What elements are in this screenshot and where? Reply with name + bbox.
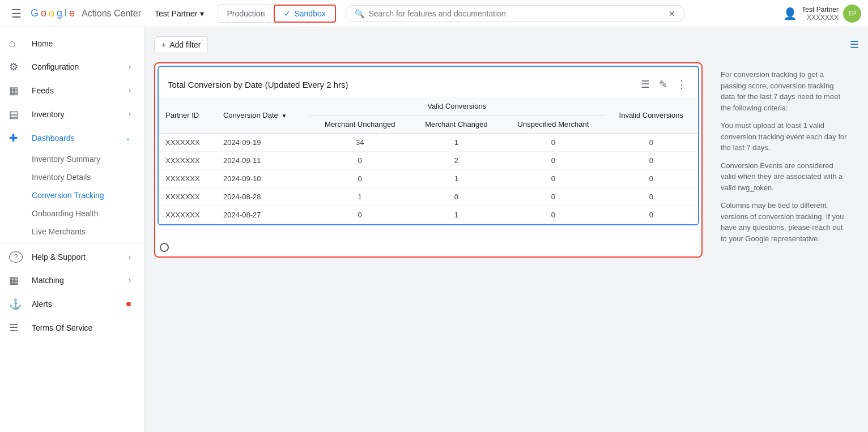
- search-bar[interactable]: 🔍 ✕: [345, 5, 685, 22]
- col-group-valid: Valid Conversions: [309, 97, 605, 116]
- sidebar-item-dashboards[interactable]: ✚ Dashboards ⌄: [0, 126, 140, 150]
- partner-selector[interactable]: Test Partner ▾: [150, 7, 208, 20]
- sidebar-item-help[interactable]: ? Help & Support ›: [0, 246, 140, 268]
- dashboards-expand-icon: ⌄: [125, 134, 131, 142]
- cell-merchant-changed: 2: [410, 152, 502, 170]
- cell-merchant-changed: 0: [410, 188, 502, 206]
- cell-conversion-date: 2024-08-27: [216, 206, 309, 224]
- configuration-expand-icon: ›: [129, 63, 131, 71]
- add-filter-icon: +: [161, 40, 166, 49]
- sidebar-item-terms[interactable]: ☰ Terms Of Service: [0, 316, 140, 340]
- sidebar-item-matching[interactable]: ▦ Matching ›: [0, 268, 140, 292]
- sidebar-sub-live-merchants[interactable]: Live Merchants: [32, 223, 140, 241]
- production-button[interactable]: Production: [218, 5, 274, 23]
- sidebar-label-dashboards: Dashboards: [32, 134, 75, 143]
- content-area: Total Conversion by Date (Updated Every …: [154, 62, 859, 258]
- cell-invalid-conversions: 0: [605, 188, 698, 206]
- sidebar-sub-conversion-tracking[interactable]: Conversion Tracking: [32, 186, 140, 204]
- dashboards-icon: ✚: [9, 132, 23, 144]
- chart-filter-icon[interactable]: ☰: [639, 76, 652, 93]
- col-merchant-unchanged: Merchant Unchanged: [309, 116, 410, 134]
- cell-conversion-date: 2024-08-28: [216, 188, 309, 206]
- user-info: Test Partner XXXXXXX: [802, 6, 839, 22]
- terms-icon: ☰: [9, 322, 23, 334]
- cell-invalid-conversions: 0: [605, 170, 698, 188]
- partner-chevron: ▾: [200, 9, 204, 18]
- sidebar-sub-inventory-details[interactable]: Inventory Details: [32, 168, 140, 186]
- matching-icon: ▦: [9, 274, 23, 286]
- col-conversion-date[interactable]: Conversion Date ▼: [216, 97, 309, 134]
- sort-arrow: ▼: [281, 113, 287, 119]
- partner-name: Test Partner: [155, 9, 197, 18]
- info-paragraph: You must upload at least 1 valid convers…: [721, 120, 850, 153]
- sidebar-item-configuration[interactable]: ⚙ Configuration ›: [0, 55, 140, 79]
- menu-icon[interactable]: ☰: [7, 2, 26, 25]
- cell-partner-id: XXXXXXX: [159, 188, 216, 206]
- cell-partner-id: XXXXXXX: [159, 170, 216, 188]
- avatar: TP: [843, 5, 861, 23]
- sidebar-sub-inventory-summary[interactable]: Inventory Summary: [32, 150, 140, 168]
- cell-unspecified-merchant: 0: [502, 134, 604, 152]
- cell-partner-id: XXXXXXX: [159, 206, 216, 224]
- search-icon: 🔍: [355, 9, 364, 18]
- chart-header: Total Conversion by Date (Updated Every …: [159, 67, 698, 97]
- sidebar-label-home: Home: [32, 39, 53, 48]
- chart-more-icon[interactable]: ⋮: [674, 76, 689, 93]
- sidebar-label-feeds: Feeds: [32, 86, 54, 95]
- logo-g2-blue: g: [57, 7, 62, 19]
- search-input[interactable]: [369, 9, 664, 18]
- header-icons: 👤 Test Partner XXXXXXX TP: [783, 5, 861, 23]
- scroll-indicator[interactable]: [160, 243, 169, 252]
- help-icon: ?: [9, 251, 23, 263]
- sidebar-sub-dashboards: Inventory Summary Inventory Details Conv…: [0, 150, 144, 241]
- filter-options-icon[interactable]: ☰: [850, 39, 859, 51]
- table-row: XXXXXXX 2024-09-19 34 1 0 0: [159, 134, 698, 152]
- feeds-expand-icon: ›: [129, 87, 131, 95]
- app-name: Actions Center: [82, 8, 141, 19]
- sidebar-item-alerts[interactable]: ⚓ Alerts: [0, 292, 140, 316]
- chart-edit-icon[interactable]: ✎: [657, 76, 670, 93]
- data-table: Partner ID Conversion Date ▼ Valid Conve…: [159, 97, 698, 224]
- sidebar-label-configuration: Configuration: [32, 62, 79, 71]
- account-icon[interactable]: 👤: [783, 7, 797, 20]
- logo-l-green: l: [65, 7, 67, 19]
- table-row: XXXXXXX 2024-08-28 1 0 0 0: [159, 188, 698, 206]
- user-id: XXXXXXX: [807, 14, 839, 22]
- table-row: XXXXXXX 2024-08-27 0 1 0 0: [159, 206, 698, 224]
- logo-o-yellow: o: [49, 7, 54, 19]
- col-invalid: Invalid Conversions: [605, 97, 698, 134]
- clear-search-icon[interactable]: ✕: [669, 9, 675, 18]
- sidebar-label-terms: Terms Of Service: [32, 323, 92, 332]
- sidebar-item-home[interactable]: ⌂ Home: [0, 32, 140, 55]
- sidebar-sub-onboarding-health[interactable]: Onboarding Health: [32, 204, 140, 223]
- cell-conversion-date: 2024-09-11: [216, 152, 309, 170]
- header: ☰ Google Actions Center Test Partner ▾ P…: [0, 0, 868, 27]
- cell-merchant-unchanged: 34: [309, 134, 410, 152]
- home-icon: ⌂: [9, 37, 23, 49]
- cell-unspecified-merchant: 0: [502, 152, 604, 170]
- sidebar-label-help: Help & Support: [32, 253, 86, 262]
- sandbox-button[interactable]: ✓ Sandbox: [274, 5, 335, 23]
- cell-merchant-changed: 1: [410, 170, 502, 188]
- alerts-icon: ⚓: [9, 298, 23, 310]
- layout: ⌂ Home ⚙ Configuration › ▦ Feeds › ▤ Inv…: [0, 27, 868, 432]
- table-row: XXXXXXX 2024-09-11 0 2 0 0: [159, 152, 698, 170]
- alerts-badge: [126, 302, 131, 306]
- matching-expand-icon: ›: [129, 276, 131, 284]
- logo-o-red: o: [41, 7, 46, 19]
- chart-title: Total Conversion by Date (Updated Every …: [168, 80, 348, 89]
- info-paragraph: For conversion tracking to get a passing…: [721, 69, 850, 113]
- cell-merchant-unchanged: 1: [309, 188, 410, 206]
- chart-actions: ☰ ✎ ⋮: [639, 76, 689, 93]
- sidebar-item-inventory[interactable]: ▤ Inventory ›: [0, 102, 140, 126]
- main-content: + Add filter ☰ Total Conversion by Date …: [145, 27, 868, 432]
- add-filter-button[interactable]: + Add filter: [154, 36, 208, 53]
- cell-partner-id: XXXXXXX: [159, 134, 216, 152]
- sidebar-divider-1: [0, 243, 144, 243]
- cell-conversion-date: 2024-09-10: [216, 170, 309, 188]
- sidebar-label-inventory: Inventory: [32, 110, 65, 119]
- cell-merchant-changed: 1: [410, 206, 502, 224]
- sidebar-item-feeds[interactable]: ▦ Feeds ›: [0, 79, 140, 102]
- cell-invalid-conversions: 0: [605, 206, 698, 224]
- sidebar-label-matching: Matching: [32, 276, 64, 285]
